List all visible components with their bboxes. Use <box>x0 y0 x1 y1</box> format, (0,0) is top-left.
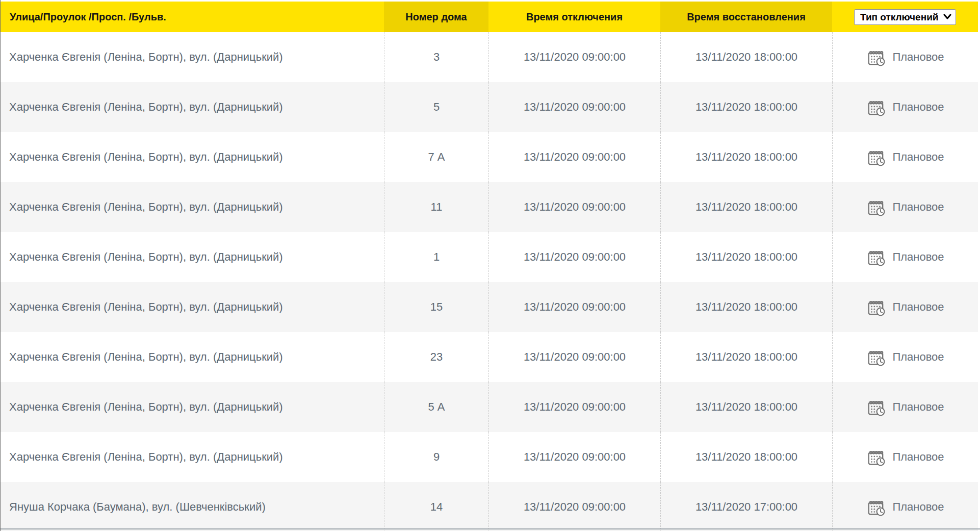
house-number-cell: 11 <box>384 182 488 232</box>
page: Улица/Проулок /Просп. /Бульв. Номер дома… <box>0 0 980 531</box>
outage-type-label: Плановое <box>892 450 944 464</box>
table-row: Харченка Євгенія (Леніна, Бортн), вул. (… <box>1 82 978 132</box>
outage-type-label: Плановое <box>892 300 944 314</box>
column-header-on-time-label: Время восстановления <box>687 11 806 23</box>
house-number-cell: 14 <box>384 482 488 531</box>
on-time-cell: 13/11/2020 17:00:00 <box>660 482 832 531</box>
street-cell: Харченка Євгенія (Леніна, Бортн), вул. (… <box>1 332 384 382</box>
outage-type-cell: Плановое <box>832 482 978 531</box>
house-number-cell: 5 <box>384 82 488 132</box>
house-number-cell: 15 <box>384 282 488 332</box>
street-cell: Харченка Євгенія (Леніна, Бортн), вул. (… <box>1 32 384 82</box>
outage-type-select-wrap: Тип отключений <box>854 9 956 25</box>
calendar-clock-icon <box>866 497 886 517</box>
outage-type-label: Плановое <box>892 50 944 64</box>
column-header-on-time: Время восстановления <box>660 2 832 32</box>
calendar-clock-icon <box>866 97 886 117</box>
calendar-clock-icon <box>866 197 886 217</box>
street-cell: Харченка Євгенія (Леніна, Бортн), вул. (… <box>1 382 384 432</box>
calendar-clock-icon <box>866 347 886 367</box>
off-time-cell: 13/11/2020 09:00:00 <box>488 332 660 382</box>
outage-type-cell: Плановое <box>832 32 978 82</box>
off-time-cell: 13/11/2020 09:00:00 <box>488 382 660 432</box>
off-time-cell: 13/11/2020 09:00:00 <box>488 32 660 82</box>
outage-type-label: Плановое <box>892 150 944 164</box>
outage-type-cell: Плановое <box>832 182 978 232</box>
column-header-street: Улица/Проулок /Просп. /Бульв. <box>1 2 384 32</box>
column-header-house: Номер дома <box>384 2 488 32</box>
on-time-cell: 13/11/2020 18:00:00 <box>660 82 832 132</box>
outage-type-label: Плановое <box>892 200 944 214</box>
table-row: Харченка Євгенія (Леніна, Бортн), вул. (… <box>1 232 978 282</box>
outage-type-cell: Плановое <box>832 82 978 132</box>
house-number-cell: 5 А <box>384 382 488 432</box>
table-row: Януша Корчака (Баумана), вул. (Шевченків… <box>1 482 978 531</box>
calendar-clock-icon <box>866 247 886 267</box>
outage-type-cell: Плановое <box>832 282 978 332</box>
table-header-row: Улица/Проулок /Просп. /Бульв. Номер дома… <box>1 2 978 32</box>
calendar-clock-icon <box>866 297 886 317</box>
house-number-cell: 7 А <box>384 132 488 182</box>
table-row: Харченка Євгенія (Леніна, Бортн), вул. (… <box>1 32 978 82</box>
off-time-cell: 13/11/2020 09:00:00 <box>488 182 660 232</box>
outages-table: Улица/Проулок /Просп. /Бульв. Номер дома… <box>1 2 978 531</box>
street-cell: Харченка Євгенія (Леніна, Бортн), вул. (… <box>1 132 384 182</box>
outage-type-cell: Плановое <box>832 332 978 382</box>
on-time-cell: 13/11/2020 18:00:00 <box>660 232 832 282</box>
outage-type-cell: Плановое <box>832 132 978 182</box>
street-cell: Харченка Євгенія (Леніна, Бортн), вул. (… <box>1 432 384 482</box>
calendar-clock-icon <box>866 47 886 67</box>
street-cell: Харченка Євгенія (Леніна, Бортн), вул. (… <box>1 232 384 282</box>
outage-type-label: Плановое <box>892 500 944 514</box>
outage-type-label: Плановое <box>892 400 944 414</box>
table-row: Харченка Євгенія (Леніна, Бортн), вул. (… <box>1 382 978 432</box>
bottom-edge-divider <box>1 528 980 529</box>
on-time-cell: 13/11/2020 18:00:00 <box>660 182 832 232</box>
off-time-cell: 13/11/2020 09:00:00 <box>488 482 660 531</box>
outage-type-cell: Плановое <box>832 232 978 282</box>
house-number-cell: 23 <box>384 332 488 382</box>
outage-type-cell: Плановое <box>832 382 978 432</box>
street-cell: Харченка Євгенія (Леніна, Бортн), вул. (… <box>1 282 384 332</box>
off-time-cell: 13/11/2020 09:00:00 <box>488 82 660 132</box>
outage-type-label: Плановое <box>892 350 944 364</box>
on-time-cell: 13/11/2020 18:00:00 <box>660 382 832 432</box>
outage-type-cell: Плановое <box>832 432 978 482</box>
street-cell: Януша Корчака (Баумана), вул. (Шевченків… <box>1 482 384 531</box>
column-header-off-time: Время отключения <box>488 2 660 32</box>
table-body: Харченка Євгенія (Леніна, Бортн), вул. (… <box>1 32 978 531</box>
off-time-cell: 13/11/2020 09:00:00 <box>488 282 660 332</box>
column-header-type: Тип отключений <box>832 2 978 32</box>
outage-type-label: Плановое <box>892 100 944 114</box>
outage-type-select[interactable]: Тип отключений <box>854 9 956 25</box>
table-row: Харченка Євгенія (Леніна, Бортн), вул. (… <box>1 282 978 332</box>
off-time-cell: 13/11/2020 09:00:00 <box>488 432 660 482</box>
on-time-cell: 13/11/2020 18:00:00 <box>660 282 832 332</box>
on-time-cell: 13/11/2020 18:00:00 <box>660 32 832 82</box>
street-cell: Харченка Євгенія (Леніна, Бортн), вул. (… <box>1 82 384 132</box>
house-number-cell: 3 <box>384 32 488 82</box>
column-header-house-label: Номер дома <box>405 11 467 23</box>
table-row: Харченка Євгенія (Леніна, Бортн), вул. (… <box>1 332 978 382</box>
off-time-cell: 13/11/2020 09:00:00 <box>488 232 660 282</box>
house-number-cell: 1 <box>384 232 488 282</box>
calendar-clock-icon <box>866 447 886 467</box>
table-row: Харченка Євгенія (Леніна, Бортн), вул. (… <box>1 432 978 482</box>
on-time-cell: 13/11/2020 18:00:00 <box>660 132 832 182</box>
table-row: Харченка Євгенія (Леніна, Бортн), вул. (… <box>1 132 978 182</box>
street-cell: Харченка Євгенія (Леніна, Бортн), вул. (… <box>1 182 384 232</box>
on-time-cell: 13/11/2020 18:00:00 <box>660 332 832 382</box>
column-header-off-time-label: Время отключения <box>526 11 623 23</box>
calendar-clock-icon <box>866 147 886 167</box>
calendar-clock-icon <box>866 397 886 417</box>
outage-type-label: Плановое <box>892 250 944 264</box>
column-header-street-label: Улица/Проулок /Просп. /Бульв. <box>10 11 166 23</box>
table-row: Харченка Євгенія (Леніна, Бортн), вул. (… <box>1 182 978 232</box>
off-time-cell: 13/11/2020 09:00:00 <box>488 132 660 182</box>
house-number-cell: 9 <box>384 432 488 482</box>
on-time-cell: 13/11/2020 18:00:00 <box>660 432 832 482</box>
